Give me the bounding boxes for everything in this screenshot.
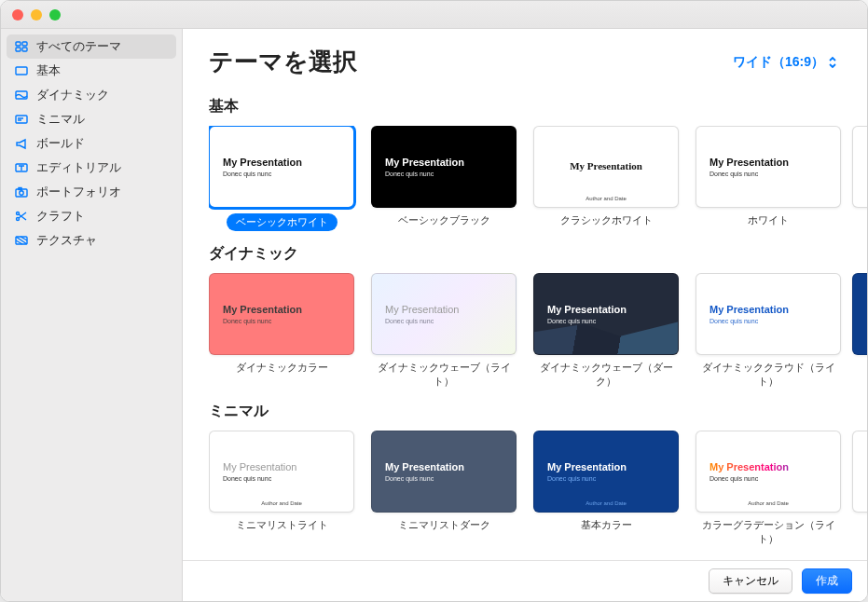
- sidebar-item-label: ミニマル: [36, 111, 85, 128]
- sidebar-item-2[interactable]: ダイナミック: [1, 83, 182, 107]
- sidebar-item-3[interactable]: ミニマル: [1, 107, 182, 131]
- section-title: 基本: [209, 97, 867, 116]
- preview-footer: Author and Date: [534, 196, 678, 201]
- theme-thumbnail: My PresentationDonec quis nuncAuthor and…: [209, 431, 354, 513]
- theme-card[interactable]: My PresentationDonec quis nuncダイナミッククラウド…: [696, 273, 841, 389]
- megaphone-icon: [14, 136, 29, 151]
- theme-thumbnail: My PresentationDonec quis nunc: [533, 273, 679, 355]
- preview-title: My Presentation: [710, 461, 827, 473]
- sidebar-item-label: テクスチャ: [36, 232, 97, 249]
- sidebar-item-label: エディトリアル: [36, 159, 121, 176]
- theme-thumbnail: My PresentationDonec quis nunc: [371, 126, 517, 208]
- preview-title: My Presentation: [547, 461, 665, 473]
- theme-label: ミニマリストダーク: [398, 518, 490, 532]
- svg-rect-4: [16, 67, 27, 75]
- theme-thumbnail: My PresentationDonec quis nunc: [209, 126, 354, 208]
- aspect-ratio-select[interactable]: ワイド（16:9）: [733, 54, 837, 71]
- svg-point-11: [20, 191, 23, 195]
- section-title: ダイナミック: [209, 244, 867, 264]
- theme-card[interactable]: My PresentationDonec quis nuncダイナミックカラー: [209, 273, 354, 389]
- preview-title: My Presentation: [385, 304, 503, 316]
- theme-label: ダイナミックウェーブ（ダーク）: [533, 361, 679, 389]
- chevron-updown-icon: [828, 56, 837, 69]
- sidebar-item-label: すべてのテーマ: [36, 38, 121, 55]
- preview-footer: Author and Date: [210, 500, 353, 506]
- theme-card[interactable]: My PresentationDonec quis nuncAuthor and…: [209, 431, 354, 546]
- svg-rect-6: [16, 116, 27, 123]
- preview-title: My Presentation: [385, 461, 503, 473]
- svg-rect-0: [16, 42, 21, 46]
- theme-card[interactable]: My PresentationDonec quis nuncダイナミックウェーブ…: [533, 273, 679, 389]
- sidebar-item-6[interactable]: ポートフォリオ: [1, 180, 182, 204]
- theme-label: ミニマリストライト: [236, 518, 328, 532]
- theme-row: My PresentationDonec quis nuncダイナミックカラーM…: [209, 273, 867, 389]
- sidebar-item-5[interactable]: エディトリアル: [1, 156, 182, 180]
- sidebar-item-8[interactable]: テクスチャ: [1, 228, 182, 253]
- preview-subtitle: Donec quis nunc: [385, 171, 503, 177]
- theme-thumbnail: [852, 431, 868, 513]
- theme-card[interactable]: My PresentationDonec quis nuncダイナミックウェーブ…: [371, 273, 517, 389]
- preview-title: My Presentation: [223, 461, 340, 473]
- theme-card[interactable]: My PresentationDonec quis nuncホワイト: [696, 126, 841, 231]
- sidebar-item-label: ボールド: [36, 135, 85, 152]
- svg-rect-2: [16, 48, 21, 51]
- rect-icon: [14, 63, 29, 78]
- theme-card-overflow[interactable]: [858, 431, 867, 546]
- theme-scroll-area[interactable]: 基本My PresentationDonec quis nuncベーシックホワイ…: [183, 84, 867, 560]
- text-icon: [14, 160, 29, 175]
- preview-subtitle: Donec quis nunc: [710, 318, 827, 324]
- sidebar-item-0[interactable]: すべてのテーマ: [7, 34, 176, 59]
- sidebar: すべてのテーマ基本ダイナミックミニマルボールドエディトリアルポートフォリオクラフ…: [1, 29, 183, 601]
- sidebar-item-label: ポートフォリオ: [36, 184, 121, 200]
- svg-rect-1: [22, 42, 27, 46]
- sidebar-item-label: クラフト: [36, 208, 85, 225]
- preview-subtitle: Donec quis nunc: [385, 475, 503, 482]
- theme-card[interactable]: My PresentationDonec quis nuncミニマリストダーク: [371, 431, 517, 546]
- section-title: ミニマル: [209, 402, 867, 421]
- cancel-button[interactable]: キャンセル: [709, 568, 792, 594]
- theme-card[interactable]: My PresentationDonec quis nuncAuthor and…: [533, 431, 679, 546]
- preview-title: My Presentation: [710, 157, 827, 169]
- preview-subtitle: Donec quis nunc: [547, 318, 665, 324]
- preview-title: My Presentation: [385, 157, 503, 169]
- preview-subtitle: Donec quis nunc: [223, 475, 340, 482]
- preview-title: My Presentation: [223, 304, 340, 316]
- body: すべてのテーマ基本ダイナミックミニマルボールドエディトリアルポートフォリオクラフ…: [1, 29, 867, 601]
- sidebar-item-4[interactable]: ボールド: [1, 131, 182, 156]
- preview-footer: Author and Date: [696, 500, 840, 506]
- svg-rect-3: [22, 48, 27, 51]
- preview-subtitle: Donec quis nunc: [710, 475, 827, 482]
- theme-label: ホワイト: [748, 213, 789, 227]
- theme-thumbnail: My PresentationDonec quis nunc: [371, 273, 517, 355]
- theme-card[interactable]: My PresentationDonec quis nuncベーシックブラック: [371, 126, 517, 231]
- theme-label: ダイナミックウェーブ（ライト）: [371, 361, 517, 389]
- theme-thumbnail: My PresentationDonec quis nunc: [209, 273, 354, 355]
- texture-icon: [14, 233, 29, 248]
- sidebar-item-label: ダイナミック: [36, 87, 109, 103]
- theme-card-overflow[interactable]: [858, 126, 867, 231]
- sidebar-item-7[interactable]: クラフト: [1, 204, 182, 228]
- preview-subtitle: Donec quis nunc: [223, 171, 340, 177]
- create-button[interactable]: 作成: [802, 568, 852, 594]
- minimize-icon[interactable]: [31, 9, 42, 21]
- theme-label: ダイナミックカラー: [236, 361, 328, 375]
- preview-footer: Author and Date: [534, 500, 678, 506]
- theme-card[interactable]: My PresentationDonec quis nuncAuthor and…: [696, 431, 841, 546]
- theme-label: クラシックホワイト: [560, 213, 653, 227]
- preview-subtitle: Donec quis nunc: [223, 318, 340, 324]
- maximize-icon[interactable]: [49, 9, 61, 21]
- theme-thumbnail: My PresentationDonec quis nuncAuthor and…: [696, 431, 841, 513]
- theme-card[interactable]: My PresentationDonec quis nuncベーシックホワイト: [209, 126, 354, 231]
- theme-card[interactable]: My PresentationAuthor and Dateクラシックホワイト: [533, 126, 679, 231]
- grid-icon: [14, 39, 29, 54]
- theme-thumbnail: My PresentationAuthor and Date: [533, 126, 679, 208]
- header: テーマを選択 ワイド（16:9）: [183, 29, 867, 84]
- theme-card-overflow[interactable]: [858, 273, 867, 389]
- preview-title: My Presentation: [223, 157, 340, 169]
- close-icon[interactable]: [12, 9, 23, 21]
- theme-thumbnail: [852, 126, 868, 208]
- theme-row: My PresentationDonec quis nuncAuthor and…: [209, 431, 867, 546]
- theme-label: ダイナミッククラウド（ライト）: [696, 361, 841, 389]
- sidebar-item-1[interactable]: 基本: [1, 59, 182, 83]
- theme-thumbnail: My PresentationDonec quis nuncAuthor and…: [533, 431, 679, 513]
